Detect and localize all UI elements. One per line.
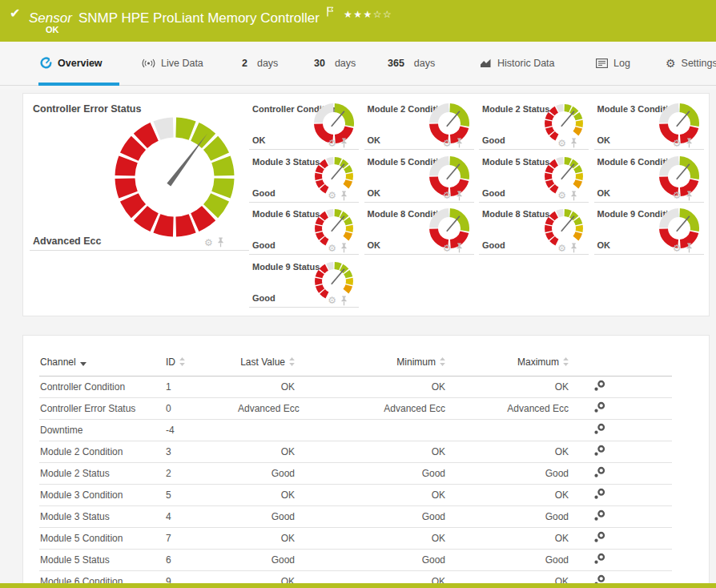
cell-max: Good (446, 549, 569, 570)
object-type-label: Sensor (29, 10, 72, 26)
sort-toggle-icon (563, 357, 569, 369)
priority-flag-icon[interactable] (327, 5, 334, 20)
channel-row[interactable]: Module 2 Condition3OKOKOK (39, 441, 672, 462)
channels-panel: ChannelIDLast ValueMinimumMaximum Contro… (22, 335, 710, 588)
gauge-settings-gear-icon[interactable]: ⚙ (443, 139, 452, 148)
column-header-minimum[interactable]: Minimum (296, 350, 446, 376)
cell-max: Good (446, 462, 569, 484)
channel-row[interactable]: Controller Condition1OKOKOK (39, 376, 672, 397)
gauge-card: Module 6 StatusGood⚙ (249, 205, 359, 255)
channel-row[interactable]: Module 3 Status4GoodGoodGood (39, 505, 672, 527)
gauge-settings-gear-icon[interactable]: ⚙ (328, 296, 336, 305)
channel-row[interactable]: Controller Error Status0Advanced EccAdva… (39, 397, 672, 419)
tab-365-days[interactable]: 365days (388, 42, 435, 84)
log-icon (596, 58, 608, 68)
cell-min: Advanced Ecc (296, 397, 446, 419)
gauge-value: Good (252, 188, 276, 198)
cell-channel: Controller Condition (39, 376, 165, 397)
column-header-id[interactable]: ID (165, 350, 237, 376)
gauge-settings-gear-icon[interactable]: ⚙ (204, 238, 213, 248)
cell-min: OK (296, 441, 446, 462)
gauge-pin-icon[interactable] (686, 138, 693, 148)
channel-settings-wrench-icon[interactable] (593, 445, 605, 457)
cell-id: -4 (165, 419, 237, 441)
cell-channel: Module 5 Condition (39, 527, 165, 549)
channel-settings-wrench-icon[interactable] (593, 531, 605, 543)
tab-bar: OverviewLive Data2days30days365daysHisto… (0, 42, 716, 90)
channel-settings-wrench-icon[interactable] (593, 423, 605, 435)
gauge-card: Controller ConditionOK⚙ (249, 100, 359, 150)
gauge-settings-gear-icon[interactable]: ⚙ (443, 244, 452, 253)
tab-live-data[interactable]: Live Data (142, 42, 203, 84)
channel-row[interactable]: Module 5 Status6GoodGoodGood (39, 549, 672, 570)
cell-last: OK (237, 376, 296, 397)
gauge-pin-icon[interactable] (686, 243, 693, 253)
gauge-settings-gear-icon[interactable]: ⚙ (673, 139, 682, 148)
channel-row[interactable]: Module 3 Condition5OKOKOK (39, 484, 672, 505)
gauge-value: OK (368, 188, 381, 198)
gauge-pin-icon[interactable] (340, 296, 348, 306)
channel-settings-wrench-icon[interactable] (593, 509, 605, 522)
channel-settings-wrench-icon[interactable] (593, 401, 605, 413)
gauge-pin-icon[interactable] (570, 138, 577, 148)
gauge-pin-icon[interactable] (456, 243, 463, 253)
column-header-last-value[interactable]: Last Value (237, 350, 296, 376)
gauge-settings-gear-icon[interactable]: ⚙ (673, 244, 682, 253)
tab-label: Overview (58, 58, 103, 69)
channel-settings-wrench-icon[interactable] (593, 553, 605, 565)
gauge-pin-icon[interactable] (217, 237, 224, 248)
cell-id: 3 (165, 441, 237, 462)
cell-channel: Module 2 Condition (39, 441, 165, 462)
gauge-settings-gear-icon[interactable]: ⚙ (328, 191, 336, 200)
cell-last: Advanced Ecc (237, 397, 296, 419)
historic-data-icon (480, 58, 492, 68)
tab-30-days[interactable]: 30days (314, 42, 356, 84)
gauge-settings-gear-icon[interactable]: ⚙ (328, 139, 336, 148)
column-header-channel[interactable]: Channel (39, 350, 165, 376)
tab-overview[interactable]: Overview (40, 42, 103, 84)
primary-gauge-separator (30, 250, 249, 251)
channel-settings-wrench-icon[interactable] (593, 380, 605, 392)
gauge-settings-gear-icon[interactable]: ⚙ (673, 191, 682, 200)
gauge-settings-gear-icon[interactable]: ⚙ (557, 191, 566, 200)
gauge-pin-icon[interactable] (456, 138, 463, 148)
gauge-settings-gear-icon[interactable]: ⚙ (557, 244, 566, 253)
gauge-pin-icon[interactable] (340, 138, 348, 148)
cell-last: Good (237, 505, 296, 527)
channel-settings-wrench-icon[interactable] (593, 466, 605, 478)
gauge-pin-icon[interactable] (570, 243, 577, 253)
gauge-card: Module 3 StatusGood⚙ (249, 153, 359, 203)
tab-2-days[interactable]: 2days (242, 42, 278, 84)
gauge-card: Module 9 ConditionOK⚙ (594, 205, 704, 255)
gauge-settings-gear-icon[interactable]: ⚙ (443, 191, 452, 200)
gauge-pin-icon[interactable] (340, 191, 348, 201)
gauge-pin-icon[interactable] (570, 191, 577, 201)
gauge-title: Module 9 Status (252, 262, 320, 272)
priority-stars[interactable]: ★★★☆☆ (344, 9, 392, 20)
gauge-pin-icon[interactable] (686, 191, 693, 201)
tab-settings[interactable]: ⚙Settings (666, 42, 716, 84)
column-header-maximum[interactable]: Maximum (446, 350, 569, 376)
cell-min: Good (296, 549, 446, 570)
channel-settings-wrench-icon[interactable] (593, 488, 605, 500)
sort-desc-icon (80, 357, 86, 369)
channel-row[interactable]: Module 5 Condition7OKOKOK (39, 527, 672, 549)
gauge-card: Module 5 StatusGood⚙ (479, 153, 589, 203)
cell-min: Good (296, 462, 446, 484)
cell-max: OK (446, 376, 569, 397)
cell-min: OK (296, 484, 446, 505)
channel-row[interactable]: Module 2 Status2GoodGoodGood (39, 462, 672, 484)
cell-id: 6 (165, 549, 237, 570)
cell-min: OK (296, 376, 446, 397)
gauge-pin-icon[interactable] (456, 191, 463, 201)
cell-max: OK (446, 484, 569, 505)
gauge-card: Module 2 ConditionOK⚙ (364, 100, 474, 150)
gauge-settings-gear-icon[interactable]: ⚙ (557, 139, 566, 148)
channel-row[interactable]: Downtime-4 (39, 419, 672, 441)
gauge-pin-icon[interactable] (340, 243, 348, 253)
tab-historic-data[interactable]: Historic Data (480, 42, 555, 84)
gauge-settings-gear-icon[interactable]: ⚙ (328, 244, 336, 253)
tab-log[interactable]: Log (596, 42, 630, 84)
tab-label: Settings (682, 58, 716, 69)
cell-last: Good (237, 462, 296, 484)
